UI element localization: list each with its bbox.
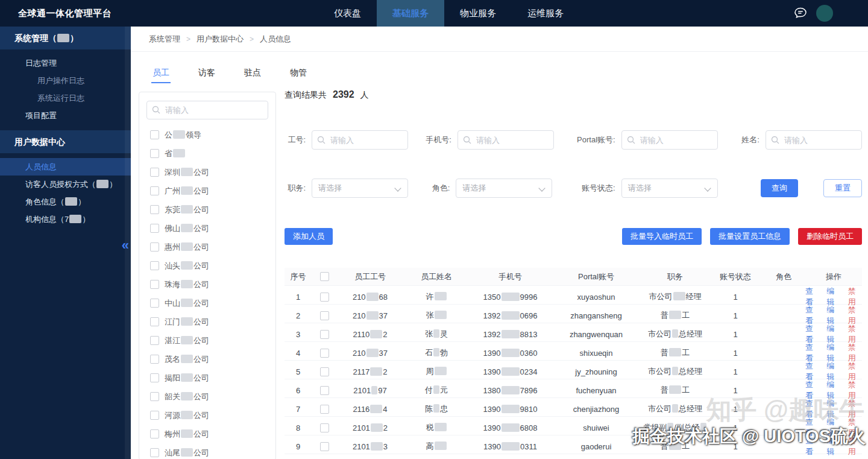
checkbox-icon[interactable] [150,411,159,420]
checkbox-icon[interactable] [150,168,159,177]
company-list-item[interactable]: 梅州公司 [146,425,268,443]
batch-set-button[interactable]: 批量设置员工信息 [710,228,790,245]
company-list-item[interactable]: 东莞公司 [146,200,268,219]
redacted-blur [435,292,447,300]
checkbox-icon[interactable] [150,355,159,364]
checkbox-icon[interactable] [320,330,329,339]
checkbox-icon[interactable] [150,448,159,457]
company-list-item[interactable]: 河源公司 [146,406,268,425]
filter-input[interactable] [766,130,862,150]
checkbox-icon[interactable] [150,317,159,326]
company-list-item[interactable]: 汕尾公司 [146,443,268,459]
checkbox-icon[interactable] [320,367,329,376]
company-list-item[interactable]: 深圳公司 [146,163,268,182]
company-list-item[interactable]: 佛山公司 [146,219,268,238]
checkbox-icon[interactable] [320,272,329,281]
company-list-item[interactable]: 韶关公司 [146,387,268,406]
sidebar-item[interactable]: 访客人员授权方式（） [0,176,131,193]
checkbox-icon[interactable] [150,205,159,214]
sidebar-item[interactable]: 系统运行日志 [0,89,131,107]
row-checkbox-cell [312,293,337,302]
top-nav-item[interactable]: 物业服务 [444,0,512,27]
batch-import-button[interactable]: 批量导入临时员工 [622,228,702,245]
checkbox-icon[interactable] [320,442,329,451]
tab-物管[interactable]: 物管 [286,65,310,84]
sidebar-collapse-icon[interactable]: « [122,239,129,252]
breadcrumb-item[interactable]: 人员信息 [260,34,291,45]
cell-status: 1 [709,349,762,358]
filter-input[interactable] [312,130,408,150]
checkbox-icon[interactable] [320,349,329,358]
checkbox-icon[interactable] [150,224,159,233]
tab-员工[interactable]: 员工 [149,65,173,84]
breadcrumb-item[interactable]: 用户数据中心 [197,34,244,45]
search-button[interactable]: 查询 [761,179,798,197]
disable-link[interactable]: 禁用 [848,435,862,457]
tab-访客[interactable]: 访客 [195,65,219,84]
filter-input[interactable] [458,130,554,150]
company-list-item[interactable]: 公领导 [146,125,268,144]
checkbox-icon[interactable] [320,405,329,414]
checkbox-icon[interactable] [150,429,159,438]
filter-input[interactable] [621,130,718,150]
company-list-item[interactable]: 揭阳公司 [146,369,268,387]
checkbox-icon[interactable] [150,186,159,195]
company-list-item[interactable]: 中山公司 [146,294,268,312]
checkbox-icon[interactable] [320,311,329,320]
company-list-item[interactable]: 江门公司 [146,312,268,331]
redacted-blur [502,330,520,338]
sidebar-item[interactable]: 系统管理（） [0,27,131,49]
sidebar-item[interactable]: 人员信息 [0,158,131,176]
breadcrumb-item[interactable]: 系统管理 [149,34,180,45]
add-person-button[interactable]: 添加人员 [285,228,333,245]
checkbox-icon[interactable] [150,373,159,382]
reset-button[interactable]: 重置 [823,179,862,197]
checkbox-icon[interactable] [150,336,159,345]
sidebar-item[interactable]: 项目配置 [0,107,131,124]
company-list-item[interactable]: 惠州公司 [146,238,268,256]
company-list-item[interactable]: 省 [146,144,268,163]
cell-phone: 13900360 [470,349,551,358]
top-nav-item[interactable]: 基础服务 [377,0,444,27]
cell-portal: shuiwei [551,423,641,432]
edit-link[interactable]: 编辑 [826,435,840,457]
checkbox-icon[interactable] [320,293,329,302]
checkbox-icon[interactable] [150,130,159,139]
checkbox-icon[interactable] [150,261,159,270]
top-nav-item[interactable]: 仪表盘 [318,0,377,27]
sidebar-item[interactable]: 角色信息（） [0,193,131,211]
checkbox-icon[interactable] [320,423,329,432]
filter-select-field: 账号状态:请选择 [570,179,718,198]
redacted-blur [502,349,520,357]
delete-temp-button[interactable]: 删除临时员工 [798,228,862,245]
company-list-item[interactable]: 湛江公司 [146,331,268,350]
sidebar-item[interactable]: 日志管理 [0,54,131,72]
cell-no: 4 [285,349,312,358]
company-list-item[interactable]: 广州公司 [146,182,268,200]
filter-select[interactable]: 请选择 [456,179,552,198]
view-link[interactable]: 查看 [805,435,819,457]
message-icon[interactable] [793,6,808,21]
checkbox-icon[interactable] [150,242,159,252]
company-list-item[interactable]: 汕头公司 [146,256,268,275]
checkbox-icon[interactable] [320,386,329,395]
filter-select[interactable]: 请选择 [312,179,408,198]
top-nav-item[interactable]: 运维服务 [512,0,579,27]
sidebar-item[interactable]: 机构信息（7） [0,211,131,228]
company-search-input[interactable] [146,101,268,119]
redacted-blur [370,405,382,413]
redacted-blur [435,311,447,319]
company-list-item[interactable]: 茂名公司 [146,350,268,369]
redacted-blur [433,329,439,338]
tab-驻点[interactable]: 驻点 [241,65,265,84]
checkbox-icon[interactable] [150,280,159,289]
sidebar-item[interactable]: 用户操作日志 [0,72,131,89]
sidebar-item[interactable]: 用户数据中心 [0,130,131,153]
filter-row-selects: 职务:请选择角色:请选择账号状态:请选择 查询 重置 [285,179,862,198]
filter-select[interactable]: 请选择 [621,179,718,198]
checkbox-icon[interactable] [150,392,159,401]
user-avatar[interactable] [816,5,833,22]
checkbox-icon[interactable] [150,149,159,158]
company-list-item[interactable]: 珠海公司 [146,275,268,294]
checkbox-icon[interactable] [150,299,159,308]
